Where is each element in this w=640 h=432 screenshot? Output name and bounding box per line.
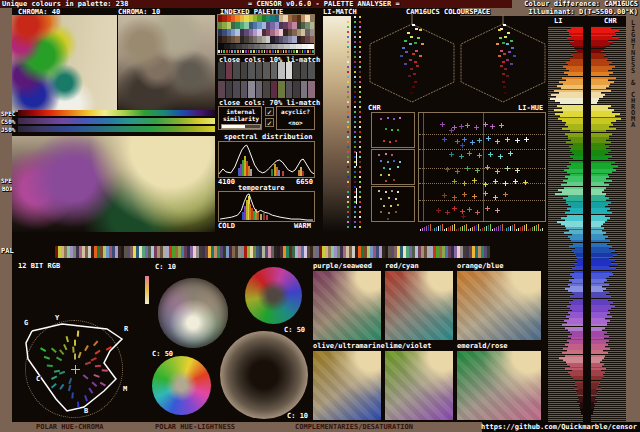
comp-label-2: red/cyan	[385, 262, 419, 270]
cube-point	[405, 51, 408, 53]
swatch	[301, 81, 308, 98]
acyclic-value-button[interactable]: <no>	[278, 119, 313, 126]
similarity-checkbox[interactable]: ✓	[265, 107, 274, 116]
scatter-point	[440, 122, 445, 127]
swatch	[312, 50, 314, 53]
hist-tick	[484, 227, 485, 231]
comp-label-5: lime/violet	[385, 342, 431, 350]
scatter-point	[462, 137, 467, 142]
swatch	[293, 50, 295, 53]
hist-tick	[528, 229, 529, 231]
polar-marker	[88, 388, 93, 394]
index-dot	[354, 51, 356, 53]
hist-tick	[454, 224, 455, 231]
swatch	[226, 62, 233, 79]
chr-point	[387, 117, 389, 119]
value-bar	[591, 74, 609, 76]
swatch	[226, 81, 233, 98]
polar-marker	[83, 374, 89, 379]
index-dot	[359, 121, 361, 123]
value-bar	[569, 33, 583, 35]
hist-tick	[424, 227, 425, 231]
chr-point	[385, 153, 387, 155]
polar-marker	[59, 371, 65, 375]
index-dot	[347, 26, 349, 28]
value-bar	[591, 309, 608, 311]
value-bar	[591, 130, 606, 132]
cube-point	[410, 68, 413, 70]
scatter-point	[465, 166, 470, 171]
github-url-link[interactable]: https://github.com/Quickmarble/censor	[481, 423, 637, 431]
polar-marker	[44, 356, 50, 360]
footer-polar-hue-lightness: POLAR HUE-LIGHTNESS	[155, 423, 235, 431]
index-dot	[347, 151, 349, 153]
cube-point	[504, 68, 507, 70]
value-bar	[570, 365, 583, 367]
chr-point	[380, 174, 382, 176]
swatch	[245, 50, 247, 53]
swatch	[226, 50, 228, 53]
cube-point	[503, 53, 506, 55]
value-bar	[591, 143, 605, 145]
value-bar	[591, 199, 606, 201]
circle1-label: C: 10	[155, 263, 176, 271]
hist-tick	[536, 225, 537, 231]
polar-hue-chroma-plot: G Y R C M B	[12, 317, 142, 420]
cube-point	[409, 43, 412, 45]
cube-point	[503, 86, 506, 88]
polar-marker	[63, 344, 67, 350]
hist-tick	[494, 228, 495, 231]
scatter-point	[503, 192, 508, 197]
pal-strip	[55, 246, 490, 258]
index-dot	[359, 91, 361, 93]
acyclic-checkbox[interactable]: ✓	[265, 118, 274, 127]
hist-tick	[508, 227, 509, 231]
scatter-point	[459, 124, 464, 129]
scatter-point	[513, 179, 518, 184]
chroma-bars	[591, 27, 624, 415]
swatch	[272, 50, 274, 53]
spectral-max: 6650	[296, 178, 313, 186]
scatter-point	[452, 179, 457, 184]
index-dot	[347, 41, 349, 43]
hist-tick	[426, 226, 427, 231]
cube-point	[410, 36, 413, 38]
app-title: = CENSOR v0.6.0 - PALETTE ANALYSER =	[248, 0, 400, 8]
index-dot	[359, 191, 361, 193]
scatter-point	[483, 122, 488, 127]
value-bar	[562, 352, 583, 354]
index-dot	[347, 201, 349, 203]
chr-point	[397, 129, 399, 131]
value-bar	[568, 74, 583, 76]
value-bar	[591, 171, 612, 173]
scatter-point	[467, 151, 472, 156]
chr-point	[399, 117, 401, 119]
index-dot	[354, 46, 356, 48]
temperature-warm: WARM	[294, 222, 311, 230]
close-row-10	[218, 62, 315, 79]
value-bar	[591, 212, 612, 214]
index-dot	[359, 116, 361, 118]
value-bar	[560, 115, 583, 117]
chr-box-points	[372, 113, 414, 147]
cube-point	[414, 42, 417, 44]
swatch	[237, 50, 239, 53]
value-bar	[571, 240, 583, 242]
value-bar	[581, 413, 583, 415]
swatch	[231, 50, 233, 53]
hist-tick	[520, 227, 521, 231]
temperature-plot	[218, 191, 315, 222]
chr-point	[395, 140, 397, 142]
value-bar	[576, 255, 583, 257]
polar-marker	[95, 350, 101, 355]
index-dot	[347, 86, 349, 88]
cube-points	[370, 14, 454, 106]
hist-tick	[438, 226, 439, 231]
index-strip-marker-1	[356, 152, 357, 166]
chr-point	[391, 129, 393, 131]
value-bar	[591, 393, 597, 395]
swatch	[229, 50, 231, 53]
cam16ucs-cube-right	[461, 14, 545, 106]
chr-column-label: CHR	[604, 17, 617, 25]
scatter-point	[490, 124, 495, 129]
